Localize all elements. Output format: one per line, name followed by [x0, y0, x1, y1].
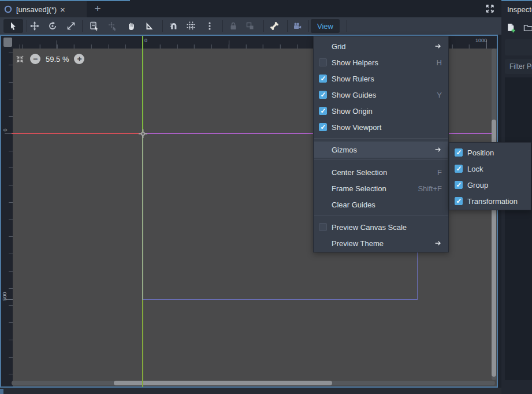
pan-tool-button[interactable] [124, 19, 139, 33]
scene-tab-title: [unsaved](*) [16, 5, 57, 14]
menu-item-label: Show Helpers [332, 58, 378, 67]
select-tool-button[interactable] [3, 19, 23, 33]
menu-item-label: Preview Theme [332, 239, 384, 248]
origin-gizmo-marker[interactable] [138, 129, 148, 139]
zoom-out-button[interactable]: − [30, 54, 40, 64]
viewport-focus-border-left [0, 35, 1, 388]
ruler-triangle-icon [144, 21, 154, 31]
zoom-in-button[interactable]: + [74, 54, 84, 64]
checkbox-icon [455, 181, 463, 189]
ruler-label-500: 500 [2, 292, 8, 300]
menu-item-center-selection[interactable]: Center Selection F [314, 164, 448, 180]
list-select-button[interactable] [87, 19, 102, 33]
ruler-left[interactable]: 0 500 [1, 49, 13, 387]
y-axis-line-top [142, 36, 143, 133]
bottom-left-accent [0, 389, 3, 394]
vertical-dots-icon [205, 21, 214, 31]
view-menu-button[interactable]: View [311, 19, 340, 33]
bottom-panel-strip [0, 388, 501, 394]
menu-separator [314, 159, 448, 160]
scene-circle-icon [3, 5, 13, 14]
scale-icon [66, 21, 76, 31]
menu-shortcut: Shift+F [418, 184, 442, 193]
submenu-item-lock[interactable]: Lock [450, 161, 530, 177]
smart-snap-button[interactable] [166, 19, 181, 33]
menu-item-clear-guides[interactable]: Clear Guides [314, 196, 448, 213]
menu-item-preview-theme[interactable]: Preview Theme [314, 235, 448, 251]
list-select-icon [90, 21, 99, 31]
snapping-options-button[interactable] [202, 19, 217, 33]
menu-item-show-rulers[interactable]: Show Rulers [314, 70, 448, 87]
expand-fullscreen-icon[interactable] [483, 2, 497, 15]
inspector-node-bar[interactable] [505, 39, 532, 55]
grid-snap-button[interactable] [184, 19, 199, 33]
menu-item-label: Center Selection [332, 168, 387, 177]
godot-editor-window: [unsaved](*) × + [0, 0, 532, 394]
filter-properties-input[interactable] [505, 59, 532, 74]
menu-item-show-viewport[interactable]: Show Viewport [314, 119, 448, 135]
submenu-arrow-icon [434, 42, 442, 50]
menu-item-preview-canvas-scale[interactable]: Preview Canvas Scale [314, 219, 448, 235]
submenu-item-group[interactable]: Group [450, 177, 530, 193]
new-scene-tab-button[interactable]: + [91, 2, 104, 15]
horizontal-scrollbar-thumb[interactable] [114, 381, 332, 385]
lock-object-button[interactable] [226, 19, 241, 33]
y-axis-viewport-edge [142, 133, 143, 300]
toolbar-separator [347, 20, 347, 32]
menu-item-label: Position [467, 148, 494, 157]
menu-item-label: Transformation [467, 197, 518, 206]
checkbox-icon [455, 165, 463, 173]
menu-item-show-origin[interactable]: Show Origin [314, 103, 448, 119]
pivot-tool-button[interactable] [105, 19, 120, 33]
toolbar-separator [308, 20, 309, 32]
menu-item-gizmos[interactable]: Gizmos [314, 142, 448, 158]
move-tool-button[interactable] [27, 19, 42, 33]
submenu-arrow-icon [434, 239, 442, 247]
skeleton-bone-button[interactable] [267, 19, 282, 33]
menu-separator [314, 138, 448, 139]
menu-item-label: Frame Selection [332, 184, 386, 193]
menu-shortcut: Y [437, 91, 442, 99]
submenu-item-position[interactable]: Position [450, 144, 530, 161]
menu-item-show-guides[interactable]: Show Guides Y [314, 87, 448, 103]
view-menu-popup: Grid Show Helpers H Show Rulers Show Gui… [313, 36, 449, 252]
ruler-label-1000: 1000 [475, 38, 487, 43]
viewport-focus-border-right [497, 35, 498, 388]
menu-item-label: Group [467, 181, 488, 189]
skeleton-options-button[interactable] [290, 19, 305, 33]
menu-item-frame-selection[interactable]: Frame Selection Shift+F [314, 180, 448, 196]
scene-tab[interactable]: [unsaved](*) × [0, 0, 87, 17]
checkbox-icon [319, 107, 327, 115]
checkbox-icon [319, 223, 327, 231]
menu-item-label: Grid [332, 42, 346, 51]
center-view-icon[interactable] [15, 54, 25, 64]
menu-shortcut: H [437, 58, 442, 67]
close-tab-icon[interactable]: × [60, 5, 65, 14]
checkbox-icon [455, 197, 463, 205]
new-resource-button[interactable] [506, 23, 516, 33]
group-icon [245, 21, 255, 31]
load-resource-folder-button[interactable] [523, 23, 532, 33]
menu-shortcut: F [437, 168, 442, 177]
toolbar-separator [82, 20, 83, 32]
group-object-button[interactable] [243, 19, 258, 33]
zoom-percent-label[interactable]: 59.5 % [46, 55, 69, 64]
rotate-tool-button[interactable] [45, 19, 60, 33]
scale-tool-button[interactable] [64, 19, 79, 33]
submenu-item-transformation[interactable]: Transformation [450, 193, 530, 209]
toolbar-separator [287, 20, 288, 32]
checkbox-icon [319, 91, 327, 99]
menu-item-label: Lock [467, 165, 483, 173]
menu-item-show-helpers[interactable]: Show Helpers H [314, 54, 448, 70]
menu-item-grid[interactable]: Grid [314, 38, 448, 54]
toolbar-separator [263, 20, 264, 32]
magnet-icon [169, 21, 178, 31]
checkbox-icon [455, 148, 463, 157]
ruler-tool-button[interactable] [142, 19, 157, 33]
pivot-icon [108, 21, 117, 31]
ruler-left-ticks [9, 49, 13, 387]
inspector-title: Inspector [507, 5, 532, 14]
submenu-arrow-icon [434, 146, 442, 154]
lock-icon [229, 21, 238, 31]
move-icon [30, 21, 39, 31]
